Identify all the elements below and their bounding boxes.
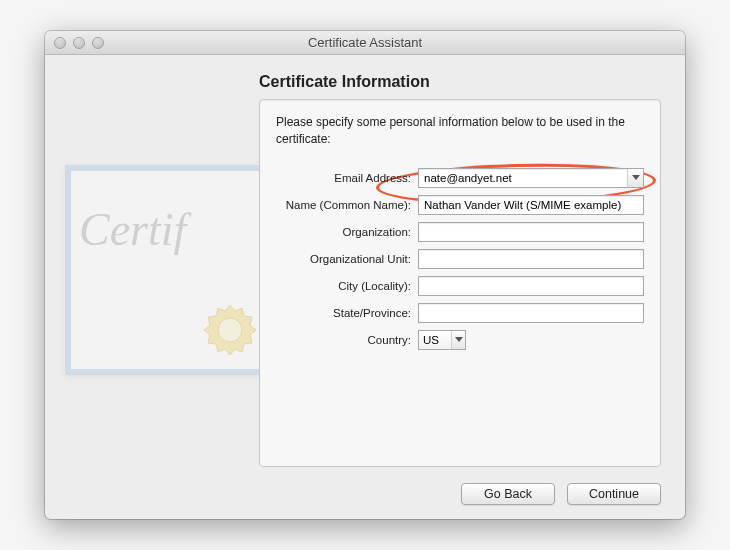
state-label: State/Province:	[276, 307, 418, 319]
email-dropdown-button[interactable]	[627, 169, 643, 187]
certificate-script-text: Certif	[79, 203, 186, 256]
row-org: Organization:	[276, 222, 644, 242]
window: Certificate Assistant Certif Certificate…	[45, 31, 685, 519]
country-select[interactable]: US	[418, 330, 466, 350]
svg-marker-0	[204, 305, 256, 355]
row-ou: Organizational Unit:	[276, 249, 644, 269]
email-combo[interactable]	[418, 168, 644, 188]
city-field[interactable]	[418, 276, 644, 296]
name-field[interactable]	[418, 195, 644, 215]
ou-field[interactable]	[418, 249, 644, 269]
titlebar[interactable]: Certificate Assistant	[45, 31, 685, 55]
chevron-down-icon	[455, 337, 463, 342]
city-label: City (Locality):	[276, 280, 418, 292]
row-city: City (Locality):	[276, 276, 644, 296]
country-label: Country:	[276, 334, 418, 346]
org-field[interactable]	[418, 222, 644, 242]
button-row: Go Back Continue	[461, 483, 661, 505]
seal-icon	[203, 303, 257, 357]
svg-point-1	[218, 318, 242, 342]
go-back-button[interactable]: Go Back	[461, 483, 555, 505]
info-panel: Please specify some personal information…	[259, 99, 661, 467]
row-name: Name (Common Name):	[276, 195, 644, 215]
country-dropdown-button[interactable]	[451, 331, 465, 349]
content-area: Certif Certificate Information Please sp…	[45, 55, 685, 519]
org-label: Organization:	[276, 226, 418, 238]
instruction-text: Please specify some personal information…	[276, 114, 644, 148]
row-email: Email Address:	[276, 168, 644, 188]
ou-label: Organizational Unit:	[276, 253, 418, 265]
continue-button[interactable]: Continue	[567, 483, 661, 505]
email-label: Email Address:	[276, 172, 418, 184]
certificate-graphic: Certif	[65, 165, 275, 375]
page-title: Certificate Information	[259, 73, 661, 91]
email-field[interactable]	[418, 168, 644, 188]
name-label: Name (Common Name):	[276, 199, 418, 211]
row-state: State/Province:	[276, 303, 644, 323]
window-title: Certificate Assistant	[45, 35, 685, 50]
country-value: US	[423, 334, 439, 346]
row-country: Country: US	[276, 330, 644, 350]
state-field[interactable]	[418, 303, 644, 323]
chevron-down-icon	[632, 175, 640, 180]
